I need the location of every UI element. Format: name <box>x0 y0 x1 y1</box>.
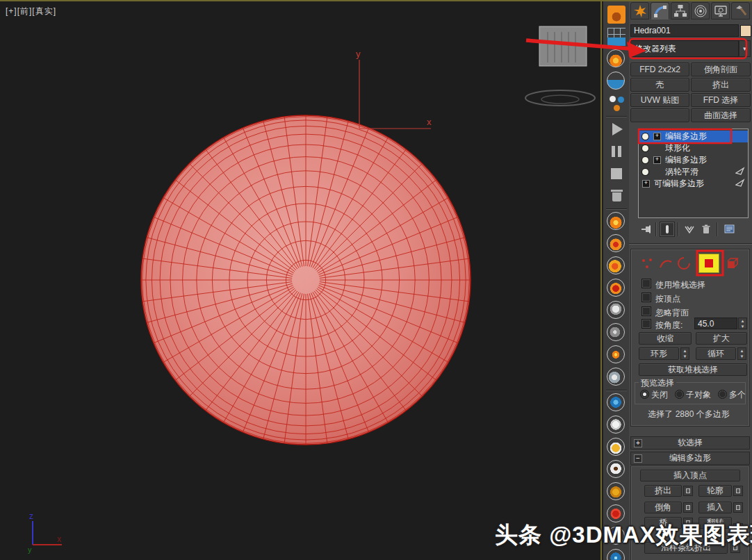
by-angle-spinner[interactable] <box>738 318 747 329</box>
particles-icon[interactable] <box>606 93 627 114</box>
visibility-bulb-icon[interactable] <box>642 169 648 175</box>
ocean-source-icon[interactable] <box>606 71 627 92</box>
show-end-result-button[interactable] <box>660 222 675 237</box>
edit-polygons-rollout[interactable]: − 编辑多边形 <box>630 452 750 465</box>
soft-selection-rollout[interactable]: + 软选择 <box>630 436 750 450</box>
insert-vertex-button[interactable]: 插入顶点 <box>640 470 740 481</box>
smoke-cup-preset-icon[interactable] <box>606 300 627 321</box>
modifier-list-dropdown[interactable]: 修改器列表 <box>630 40 739 57</box>
water-sim-icon[interactable] <box>606 26 627 47</box>
pause-icon[interactable] <box>606 141 627 162</box>
remove-modifier-button[interactable] <box>698 222 714 237</box>
configure-modifier-sets-button[interactable] <box>722 222 737 237</box>
preview-subobj-radio[interactable] <box>675 390 684 399</box>
modbtn-ffd-select[interactable]: FFD 选择 <box>691 93 751 107</box>
loop-spinner[interactable] <box>737 347 746 360</box>
transform-gizmo[interactable] <box>359 60 431 129</box>
coffee-preset-icon[interactable] <box>606 459 627 480</box>
inset-button[interactable]: 插入 <box>698 502 732 513</box>
extrude-button[interactable]: 挤出 <box>644 485 682 497</box>
world-axis-tripod: z x y <box>28 511 62 554</box>
tab-modify[interactable] <box>651 2 669 19</box>
preview-multi-radio[interactable] <box>718 390 727 399</box>
subobject-border-button[interactable] <box>676 254 692 272</box>
modbtn-extrude[interactable]: 挤出 <box>691 78 751 92</box>
by-angle-checkbox[interactable] <box>641 319 651 329</box>
viewport-front[interactable]: y x z x y [+][前][真实] <box>0 0 602 560</box>
red-burst-preset-icon[interactable] <box>606 278 627 299</box>
modbtn-bevel-profile[interactable]: 倒角剖面 <box>691 63 751 76</box>
stack-item-spherify[interactable]: 球形化 <box>639 142 748 154</box>
modbtn-patch-select[interactable]: 曲面选择 <box>691 108 751 122</box>
shrink-button[interactable]: 收缩 <box>639 332 692 345</box>
beer-preset-icon[interactable] <box>606 437 627 458</box>
ring-spinner[interactable] <box>680 347 689 360</box>
expand-icon[interactable] <box>642 180 650 188</box>
smoke-wisp-preset-icon[interactable] <box>606 322 627 343</box>
preview-off-radio[interactable] <box>640 390 649 399</box>
stack-item-edit-poly-top[interactable]: 编辑多边形 <box>639 131 748 142</box>
sphere-object[interactable] <box>141 115 471 445</box>
hierarchy-icon <box>673 4 687 18</box>
grow-button[interactable]: 扩大 <box>696 332 747 345</box>
bevel-settings-button[interactable] <box>683 502 693 513</box>
visibility-bulb-icon[interactable] <box>642 157 648 163</box>
subobject-element-button[interactable] <box>725 254 740 272</box>
water-drops-preset-icon[interactable] <box>606 393 627 413</box>
ignore-backfacing-checkbox[interactable] <box>641 306 651 316</box>
tab-utilities[interactable] <box>731 2 750 19</box>
play-icon[interactable] <box>606 119 627 140</box>
fire-preset-icon[interactable] <box>606 211 627 232</box>
by-vertex-checkbox[interactable] <box>641 293 651 302</box>
visibility-bulb-icon[interactable] <box>642 145 648 151</box>
object-name-field[interactable] <box>630 24 739 37</box>
expand-icon[interactable] <box>653 133 661 140</box>
toolbar-separator <box>606 116 627 117</box>
by-angle-value-field[interactable]: 45.0 <box>694 318 737 329</box>
modbtn-shell[interactable]: 壳 <box>630 78 689 92</box>
simulator-gizmo[interactable] <box>525 26 595 106</box>
fire-source-icon[interactable] <box>606 49 627 69</box>
get-stack-selection-button[interactable]: 获取堆栈选择 <box>639 363 747 376</box>
loop-button[interactable]: 循环 <box>696 347 736 360</box>
explosion-sim-icon[interactable] <box>606 4 627 25</box>
modbtn-uvw-map[interactable]: UVW 贴图 <box>630 93 689 107</box>
honey-preset-icon[interactable] <box>606 481 627 502</box>
expand-icon[interactable] <box>653 156 661 164</box>
outline-settings-button[interactable] <box>733 486 743 496</box>
stack-item-label: 编辑多边形 <box>665 154 748 166</box>
subobject-edge-button[interactable] <box>658 254 673 272</box>
make-unique-button[interactable] <box>682 222 697 237</box>
stack-item-edit-poly-2[interactable]: 编辑多边形 <box>639 154 748 166</box>
milk-preset-icon[interactable] <box>606 415 627 436</box>
tab-display[interactable] <box>711 2 730 19</box>
candle-preset-icon[interactable] <box>606 345 627 365</box>
explosion-preset-icon[interactable] <box>606 233 627 254</box>
extrude-settings-button[interactable] <box>683 486 693 496</box>
stop-icon[interactable] <box>606 163 627 184</box>
pin-stack-button[interactable] <box>639 222 654 237</box>
outline-button[interactable]: 轮廓 <box>698 485 732 497</box>
inset-settings-button[interactable] <box>733 502 743 513</box>
modbtn-ffd2x2x2[interactable]: FFD 2x2x2 <box>630 63 689 76</box>
visibility-bulb-icon[interactable] <box>642 133 648 140</box>
stack-item-turbosmooth[interactable]: 涡轮平滑 <box>639 166 748 178</box>
fire-burst-preset-icon[interactable] <box>606 256 627 277</box>
object-color-swatch[interactable] <box>740 25 751 37</box>
tab-motion[interactable] <box>691 2 710 19</box>
modifier-list-arrow-button[interactable]: ▼ <box>739 40 751 57</box>
ring-button[interactable]: 环形 <box>639 347 679 360</box>
viewport-label[interactable]: [+][前][真实] <box>6 6 56 17</box>
stack-item-editable-poly[interactable]: 可编辑多边形 <box>639 178 748 190</box>
tab-hierarchy[interactable] <box>671 2 689 19</box>
modbtn-empty[interactable] <box>630 108 689 122</box>
subobject-vertex-button[interactable] <box>640 254 655 272</box>
subobject-polygon-button[interactable] <box>698 254 719 273</box>
delete-icon[interactable] <box>606 186 627 206</box>
toolbar-separator <box>678 222 678 236</box>
clouds-preset-icon[interactable] <box>606 367 627 388</box>
tab-create[interactable] <box>630 2 649 19</box>
panel-separator <box>629 243 752 244</box>
use-stack-selection-checkbox[interactable] <box>641 279 651 288</box>
bevel-button[interactable]: 倒角 <box>644 502 682 513</box>
